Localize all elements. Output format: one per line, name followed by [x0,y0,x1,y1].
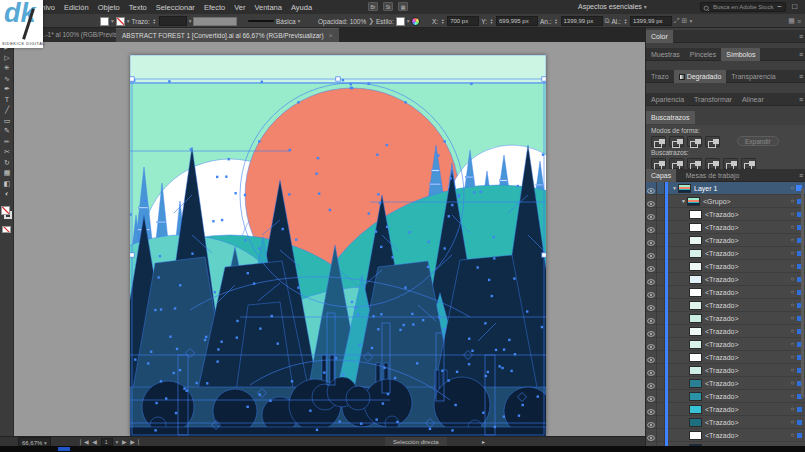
target-circle-icon[interactable]: ○ [790,432,794,438]
document-tab-active[interactable]: ABSTRACT FOREST 1 [Convertido].ai al 66,… [116,28,339,42]
visibility-eye-icon[interactable] [646,195,657,208]
layer-row[interactable]: <Trazado>○ [646,364,805,377]
shear-icon[interactable]: ⊞ [682,17,688,25]
width-stepper[interactable]: ▴▾ [554,18,559,25]
visibility-eye-icon[interactable] [646,338,657,351]
target-circle-icon[interactable]: ○ [790,289,794,295]
layer-row[interactable]: <Trazado>○ [646,338,805,351]
target-circle-icon[interactable]: ○ [790,328,794,334]
panel-menu-icon[interactable]: ≡ [799,30,803,43]
target-circle-icon[interactable]: ○ [790,237,794,243]
menu-edición[interactable]: Edición [64,3,89,12]
tab-alinear[interactable]: Alinear [737,93,769,106]
layer-name[interactable]: <Trazado> [705,380,739,387]
shape-mode-intersect-button[interactable] [687,136,702,147]
brush-definition[interactable]: Básica [276,18,296,25]
target-circle-icon[interactable]: ○ [790,185,794,191]
panel-menu-icon[interactable]: ≡ [799,70,803,83]
layer-name[interactable]: <Trazado> [705,289,739,296]
visibility-eye-icon[interactable] [646,234,657,247]
layer-name[interactable]: <Grupo> [703,198,731,205]
layer-name[interactable]: <Trazado> [705,354,739,361]
layer-name[interactable]: <Trazado> [705,419,739,426]
visibility-eye-icon[interactable] [646,377,657,390]
lock-toggle[interactable] [657,351,665,364]
direct-selection-tool[interactable]: ▷ [0,53,14,64]
lock-toggle[interactable] [657,234,665,247]
pen-tool[interactable]: ✒ [0,84,14,95]
panel-arrow-icon[interactable]: ❯ [368,17,374,25]
lock-toggle[interactable] [657,195,665,208]
layer-name[interactable]: <Trazado> [705,367,739,374]
layer-name[interactable]: <Trazado> [705,250,739,257]
target-circle-icon[interactable]: ○ [790,302,794,308]
fill-stroke-indicator[interactable] [1,206,14,221]
artboard[interactable] [130,55,546,436]
link-dimensions-icon[interactable]: ⧉ [605,17,610,25]
type-tool[interactable]: T [0,95,14,106]
lock-toggle[interactable] [657,312,665,325]
lock-toggle[interactable] [657,364,665,377]
menu-ventana[interactable]: Ventana [254,3,282,12]
menu-ayuda[interactable]: Ayuda [291,3,312,12]
recolor-artwork-icon[interactable] [411,17,420,26]
layer-name[interactable]: <Trazado> [705,224,739,231]
tab-mesas-de-trabajo[interactable]: Mesas de trabajo [681,169,745,182]
artboard-number-field[interactable]: 1 [101,438,113,446]
tab-transparencia[interactable]: Transparencia [726,70,781,83]
lock-toggle[interactable] [657,325,665,338]
lock-toggle[interactable] [657,299,665,312]
lock-toggle[interactable] [657,247,665,260]
lock-toggle[interactable] [657,273,665,286]
tab-color[interactable]: Color [646,30,673,43]
menu-seleccionar[interactable]: Seleccionar [156,3,195,12]
stock-search-input[interactable]: Busca en Adobe Stock [700,2,786,12]
expand-chevron-icon[interactable]: ▼ [680,198,687,204]
lock-toggle[interactable] [657,208,665,221]
layer-row[interactable]: <Trazado>○ [646,351,805,364]
width-field[interactable]: 1399,99 px [561,16,603,26]
target-circle-icon[interactable]: ○ [790,263,794,269]
expand-button[interactable]: Expandir [737,136,779,146]
layer-row[interactable]: <Trazado>○ [646,416,805,429]
lock-toggle[interactable] [657,338,665,351]
tab-trazo[interactable]: Trazo [646,70,674,83]
lock-toggle[interactable] [657,221,665,234]
layer-name[interactable]: <Trazado> [705,211,739,218]
visibility-eye-icon[interactable] [646,221,657,234]
layer-row[interactable]: <Trazado>○ [646,403,805,416]
pathfinder-minus-back-button[interactable] [741,158,756,169]
visibility-eye-icon[interactable] [646,273,657,286]
lock-toggle[interactable] [657,416,665,429]
layer-row[interactable]: <Trazado>○ [646,429,805,442]
panel-menu-icon[interactable]: ≡ [797,18,801,25]
panel-menu-icon[interactable]: ≡ [799,48,803,61]
visibility-eye-icon[interactable] [646,247,657,260]
close-icon[interactable]: × [329,32,333,39]
stroke-weight-field[interactable] [159,16,187,26]
layer-row[interactable]: <Trazado>○ [646,208,805,221]
tab-buscatrazos[interactable]: Buscatrazos [646,111,695,124]
visibility-eye-icon[interactable] [646,364,657,377]
style-swatch[interactable] [396,17,405,26]
forest-artwork[interactable] [130,55,546,436]
target-circle-icon[interactable]: ○ [790,250,794,256]
layer-row[interactable]: <Trazado>○ [646,234,805,247]
visibility-eye-icon[interactable] [646,325,657,338]
mesh-tool[interactable]: ▦ [0,168,14,179]
height-field[interactable]: 1399,99 px [630,16,672,26]
y-field[interactable]: 699,995 px [496,16,538,26]
target-circle-icon[interactable]: ○ [790,211,794,217]
layer-name[interactable]: <Trazado> [705,393,739,400]
menu-ver[interactable]: Ver [234,3,245,12]
stock-icon[interactable]: St [383,2,393,11]
target-circle-icon[interactable]: ○ [790,198,794,204]
layer-name[interactable]: <Trazado> [705,315,739,322]
tab-transformar[interactable]: Transformar [689,93,737,106]
visibility-eye-icon[interactable] [646,312,657,325]
tab-muestras[interactable]: Muestras [646,48,685,61]
lock-toggle[interactable] [657,377,665,390]
layer-row[interactable]: <Trazado>○ [646,273,805,286]
visibility-eye-icon[interactable] [646,182,657,195]
magic-wand-tool[interactable]: ✳ [0,63,14,74]
